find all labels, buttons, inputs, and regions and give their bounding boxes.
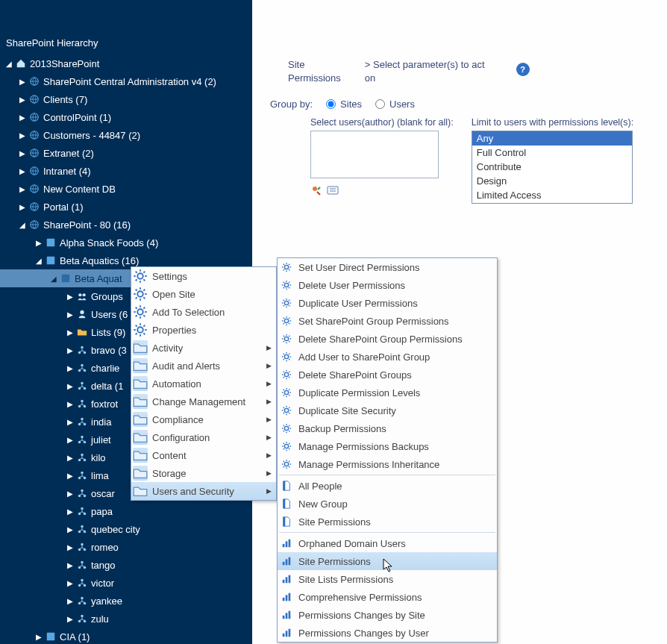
menu-item-folder[interactable]: Compliance▶ [131, 410, 276, 428]
submenu-item[interactable]: Site Permissions [278, 513, 497, 531]
menu-item-folder[interactable]: Activity▶ [131, 339, 276, 357]
tree-root[interactable]: ◢ 2013SharePoint [0, 54, 252, 72]
expand-icon[interactable]: ▶ [66, 328, 75, 337]
tree-item[interactable]: ▶SharePoint Central Administration v4 (2… [0, 72, 252, 90]
submenu-item[interactable]: Permissions Changes by User [278, 624, 497, 642]
expand-icon[interactable]: ▶ [66, 507, 75, 516]
expand-icon[interactable]: ▶ [66, 579, 75, 587]
submenu-item[interactable]: Delete SharePoint Group Permissions [278, 330, 497, 348]
expand-icon[interactable]: ▶ [66, 418, 75, 426]
menu-item-folder[interactable]: Configuration▶ [131, 428, 276, 446]
expand-icon[interactable]: ▶ [66, 400, 75, 408]
expand-icon[interactable]: ▶ [66, 490, 75, 498]
menu-item[interactable]: Settings [131, 267, 276, 285]
collapse-icon[interactable]: ◢ [18, 221, 27, 229]
collapse-icon[interactable]: ◢ [34, 257, 43, 265]
submenu-item[interactable]: Manage Permissions Inheritance [278, 455, 497, 473]
menu-item-folder[interactable]: Storage▶ [131, 464, 276, 482]
menu-item[interactable]: Properties [131, 321, 276, 339]
permission-levels-list[interactable]: AnyFull ControlContributeDesignLimited A… [472, 131, 633, 204]
menu-item-folder[interactable]: Change Management▶ [131, 393, 276, 410]
radio-sites-input[interactable] [326, 99, 336, 109]
menu-item[interactable]: Add To Selection [131, 303, 276, 321]
tree-item[interactable]: ▶Customers - 44847 (2) [0, 126, 252, 144]
tree-item[interactable]: ▶Portal (1) [0, 198, 252, 216]
submenu-item[interactable]: Set SharePoint Group Permissions [278, 312, 497, 330]
expand-icon[interactable]: ▶ [66, 382, 75, 390]
tree-item[interactable]: ▶tango [0, 556, 252, 574]
expand-icon[interactable]: ▶ [66, 293, 75, 301]
expand-icon[interactable]: ▶ [66, 597, 75, 605]
submenu-item[interactable]: Duplicate Permission Levels [278, 384, 497, 401]
expand-icon[interactable]: ▶ [66, 454, 75, 462]
submenu-item[interactable]: Delete User Permissions [278, 276, 497, 294]
submenu-item[interactable]: Permissions Changes by Site [278, 606, 497, 624]
tree-item[interactable]: ▶Clients (7) [0, 90, 252, 108]
menu-item-folder[interactable]: Users and Security▶ [131, 482, 276, 500]
submenu-item[interactable]: All People [278, 477, 497, 495]
collapse-icon[interactable]: ◢ [49, 275, 58, 283]
tree-item[interactable]: ▶yankee [0, 592, 252, 610]
perm-level-option[interactable]: Design [472, 174, 632, 188]
submenu-item[interactable]: Duplicate User Permissions [278, 294, 497, 312]
tree-item[interactable]: ▶Intranet (4) [0, 162, 252, 180]
expand-icon[interactable]: ▶ [18, 78, 27, 86]
expand-icon[interactable]: ▶ [66, 615, 75, 623]
submenu-item[interactable]: New Group [278, 495, 497, 513]
expand-icon[interactable]: ▶ [34, 633, 43, 641]
expand-icon[interactable]: ▶ [18, 113, 27, 122]
menu-item-folder[interactable]: Automation▶ [131, 375, 276, 393]
perm-level-option[interactable]: Full Control [472, 146, 632, 160]
tree-item[interactable]: ▶quebec city [0, 520, 252, 538]
tree-item[interactable]: ▶Extranet (2) [0, 144, 252, 162]
expand-icon[interactable]: ▶ [18, 185, 27, 193]
breadcrumb-segment[interactable]: Permissions [288, 72, 341, 85]
expand-icon[interactable]: ▶ [66, 525, 75, 534]
submenu-item[interactable]: Delete SharePoint Groups [278, 366, 497, 384]
authors-input[interactable] [310, 131, 439, 178]
perm-level-option[interactable]: Limited Access [472, 188, 632, 202]
help-icon[interactable]: ? [516, 63, 530, 76]
expand-icon[interactable]: ▶ [18, 96, 27, 104]
submenu-item[interactable]: Manage Permissions Backups [278, 437, 497, 455]
submenu-item[interactable]: Orphaned Domain Users [278, 534, 497, 552]
expand-icon[interactable]: ▶ [66, 472, 75, 480]
perm-level-option[interactable]: Contribute [472, 160, 632, 174]
expand-icon[interactable]: ▶ [66, 543, 75, 551]
expand-icon[interactable]: ▶ [18, 167, 27, 175]
check-names-icon[interactable] [310, 184, 322, 198]
tree-item[interactable]: ▶New Content DB [0, 180, 252, 198]
radio-users-input[interactable] [375, 99, 385, 109]
expand-icon[interactable]: ▶ [66, 346, 75, 354]
tree-item-alpha[interactable]: ▶ Alpha Snack Foods (4) [0, 234, 252, 251]
expand-icon[interactable]: ▶ [66, 364, 75, 372]
expand-icon[interactable]: ▶ [18, 131, 27, 140]
tree-item[interactable]: ▶zulu [0, 610, 252, 628]
tree-item-cia[interactable]: ▶ CIA (1) [0, 628, 252, 644]
expand-icon[interactable]: ▶ [34, 239, 43, 247]
submenu-item[interactable]: Duplicate Site Security [278, 401, 497, 419]
radio-users[interactable]: Users [375, 99, 415, 110]
breadcrumb-segment[interactable]: Site [288, 58, 341, 72]
tree-item[interactable]: ▶ControlPoint (1) [0, 108, 252, 126]
tree-item[interactable]: ▶papa [0, 502, 252, 520]
menu-item-folder[interactable]: Audit and Alerts▶ [131, 357, 276, 375]
tree-item[interactable]: ◢SharePoint - 80 (16) [0, 216, 252, 234]
perm-level-option[interactable]: Any [472, 131, 632, 146]
radio-sites[interactable]: Sites [326, 99, 362, 110]
menu-item-folder[interactable]: Content▶ [131, 446, 276, 464]
expand-icon[interactable]: ▶ [66, 561, 75, 569]
browse-icon[interactable] [327, 184, 339, 198]
expand-icon[interactable]: ▶ [18, 203, 27, 211]
submenu-item[interactable]: Add User to SharePoint Group [278, 348, 497, 366]
menu-item[interactable]: Open Site [131, 285, 276, 303]
expand-icon[interactable]: ▶ [18, 149, 27, 157]
tree-item[interactable]: ▶romeo [0, 538, 252, 556]
expand-icon[interactable]: ▶ [66, 310, 75, 319]
submenu-item[interactable]: Comprehensive Permissions [278, 588, 497, 606]
submenu-item[interactable]: Backup Permissions [278, 419, 497, 437]
collapse-icon[interactable]: ◢ [4, 60, 13, 68]
submenu-item[interactable]: Set User Direct Permissions [278, 258, 497, 276]
tree-item[interactable]: ▶victor [0, 574, 252, 592]
expand-icon[interactable]: ▶ [66, 436, 75, 444]
